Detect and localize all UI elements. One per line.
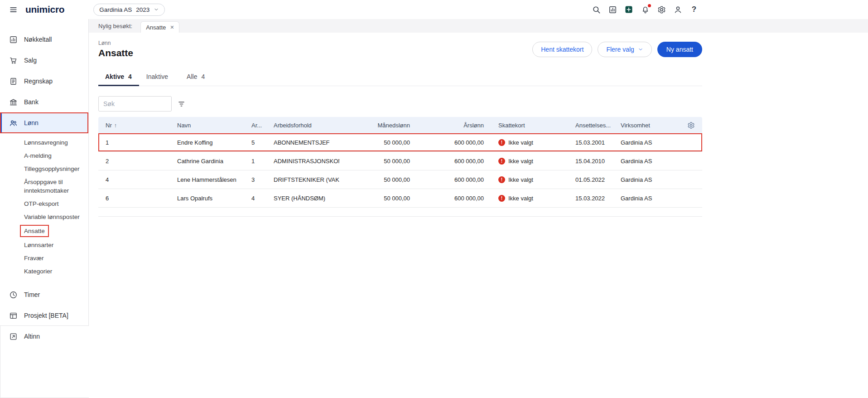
sidebar-item-regnskap[interactable]: Regnskap [0,71,88,92]
sidebar-subitem[interactable]: Ansatte [0,223,88,238]
recent-tab-ansatte[interactable]: Ansatte ✕ [140,21,179,33]
sidebar-item-label: Prosjekt [BETA] [24,312,68,319]
cell-ar: 4 [244,195,266,202]
search-input[interactable] [98,96,172,112]
cell-skattekort: ! Ikke valgt [491,158,568,165]
sidebar-item-label: Timer [24,291,40,298]
sidebar-subitem-label: A-melding [24,152,52,159]
quick-create-button[interactable] [624,5,634,15]
header-manedslonn[interactable]: Månedslønn [339,122,417,129]
header-virksomhet[interactable]: Virksomhet [613,122,679,129]
main-content: Nylig besøkt: Ansatte ✕ Lønn Ansatte Hen… [89,19,868,398]
header-actions: Hent skattekort Flere valg Ny ansatt [532,42,702,57]
tab-alle[interactable]: Alle4 [179,68,212,86]
people-icon [9,119,18,127]
filter-icon [177,100,186,108]
sidebar-item-prosjekt[interactable]: Prosjekt [BETA] [0,305,88,326]
notifications-button[interactable] [640,5,650,15]
external-box-icon [9,332,18,341]
gear-icon [687,121,695,129]
sort-asc-icon: ↑ [114,122,117,129]
employee-table: Nr↑ Navn Ar... Arbeidsforhold Månedslønn… [98,117,702,217]
sidebar-item-label: Bank [24,98,39,106]
header-skattekort[interactable]: Skattekort [491,122,568,129]
sidebar-item-lonn[interactable]: Lønn [0,112,88,133]
cell-virksomhet: Gardinia AS [613,176,679,183]
filter-button[interactable] [174,96,189,112]
sidebar-subitem[interactable]: Variable lønnsposter [0,210,88,223]
header-arbeidsforhold[interactable]: Arbeidsforhold [266,122,339,129]
settings-button[interactable] [656,5,666,15]
cell-manedslonn: 50 000,00 [339,158,417,165]
header-nr[interactable]: Nr↑ [98,122,170,129]
sidebar-item-timer[interactable]: Timer [0,284,88,305]
sidebar-subitem[interactable]: Lønnsarter [0,238,88,252]
sidebar-subitem-label: Ansatte [21,226,48,236]
header-arslonn[interactable]: Årslønn [417,122,491,129]
dashboard-chart-icon [9,35,18,44]
sidebar-item-salg[interactable]: Salg [0,50,88,71]
recent-tab-label: Ansatte [146,24,166,31]
table-toolbar [98,96,702,112]
sidebar-item-label: Nøkkeltall [24,36,52,43]
recently-visited-bar: Nylig besøkt: Ansatte ✕ [89,19,868,33]
gear-icon [657,5,666,14]
company-name: Gardinia AS [99,6,132,13]
skattekort-warning-icon: ! [498,195,505,202]
table-row[interactable]: 4 Lene Hammerstålesen 3 DRIFTSTEKNIKER (… [98,170,702,189]
search-button[interactable] [591,5,601,15]
bank-icon [9,98,18,107]
sidebar-subitem[interactable]: OTP-eksport [0,197,88,210]
sidebar-subitem-label: OTP-eksport [24,200,59,207]
cell-ansettelsesdato: 15.03.2022 [568,195,613,202]
topbar: unimicro Gardinia AS 2023 [0,0,868,19]
chevron-down-icon [638,47,643,52]
sidebar-subitem[interactable]: Tilleggsopplysninger [0,162,88,175]
company-selector[interactable]: Gardinia AS 2023 [93,4,165,16]
cart-icon [9,56,18,65]
sidebar-item-label: Lønn [24,119,39,126]
sidebar-subitem[interactable]: Fravær [0,252,88,265]
hent-skattekort-button[interactable]: Hent skattekort [532,42,592,57]
app-window: unimicro Gardinia AS 2023 [0,0,868,398]
cell-manedslonn: 50 000,00 [339,176,417,183]
sidebar-item-nokkeltall[interactable]: Nøkkeltall [0,29,88,50]
cell-skattekort: ! Ikke valgt [491,176,568,183]
sidebar-subitem[interactable]: Årsoppgave til inntektsmottaker [0,175,88,197]
ny-ansatt-button[interactable]: Ny ansatt [657,42,702,57]
cell-manedslonn: 50 000,00 [339,139,417,146]
cell-arbeidsforhold: DRIFTSTEKNIKER (VAKTM [266,176,339,183]
sidebar-subitem[interactable]: Kategorier [0,265,88,278]
table-row[interactable]: 6 Lars Opalrufs 4 SYER (HÅNDSØM) 50 000,… [98,189,702,208]
cell-nr: 6 [98,195,170,202]
user-button[interactable] [673,5,683,15]
table-row[interactable]: 1 Endre Koffing 5 ABONNEMENTSJEF 50 000,… [98,133,702,152]
tab-aktive[interactable]: Aktive4 [98,68,139,86]
flere-valg-button[interactable]: Flere valg [598,42,651,57]
tab-inaktive[interactable]: Inaktive [139,68,179,86]
header-ar[interactable]: Ar... [244,122,266,129]
header-ansettelses[interactable]: Ansettelses... [568,122,613,129]
sidebar: Nøkkeltall Salg Regnskap Bank [0,19,89,326]
table-row[interactable]: 2 Cathrine Gardinia 1 ADMINISTRASJONSKON… [98,152,702,170]
reports-button[interactable] [608,5,617,15]
cell-nr: 2 [98,158,170,165]
status-tabs: Aktive4 Inaktive Alle4 [98,68,702,86]
page-title: Ansatte [98,48,133,58]
skattekort-warning-icon: ! [498,176,505,183]
help-button[interactable]: ? [689,5,699,15]
sidebar-item-label: Regnskap [24,78,53,85]
sidebar-subitem[interactable]: Lønnsavregning [0,136,88,149]
column-settings-button[interactable] [679,121,702,129]
sidebar-item-bank[interactable]: Bank [0,92,88,112]
sidebar-item-altinn[interactable]: Altinn [0,326,88,347]
bar-chart-icon [608,5,617,14]
hamburger-menu-button[interactable] [8,5,18,15]
close-icon[interactable]: ✕ [170,25,174,30]
unimicro-logo: unimicro [25,4,64,15]
cell-manedslonn: 50 000,00 [339,195,417,202]
notification-dot [648,4,651,7]
sidebar-subitem[interactable]: A-melding [0,149,88,162]
skattekort-status: Ikke valgt [508,176,533,183]
header-navn[interactable]: Navn [170,122,244,129]
